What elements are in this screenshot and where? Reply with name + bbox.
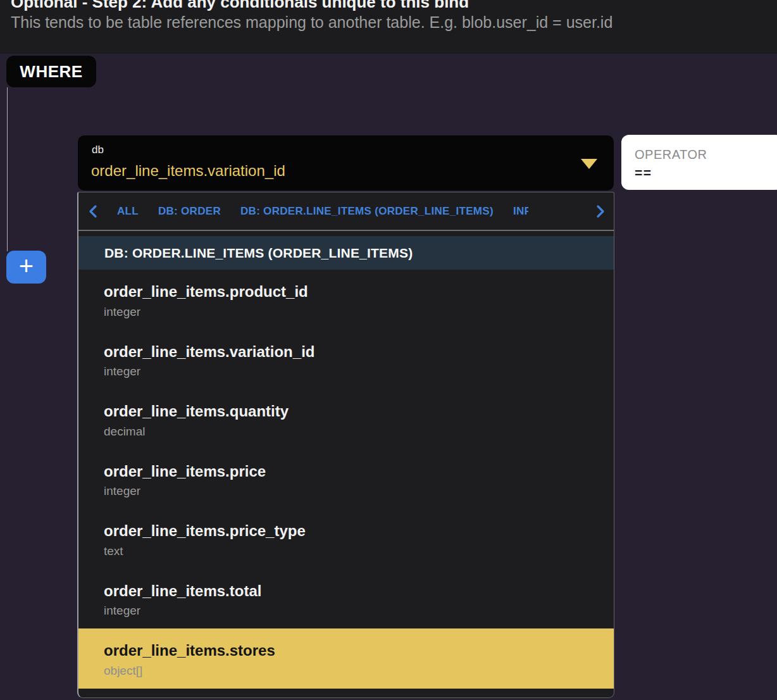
field-name: order_line_items.product_id xyxy=(104,283,614,301)
field-type: integer xyxy=(104,484,614,498)
field-type: object[] xyxy=(104,664,614,678)
operator-value: == xyxy=(635,165,652,180)
field-type: integer xyxy=(104,365,614,378)
operator-label: OPERATOR xyxy=(635,147,707,162)
tab-input-clipped[interactable]: INP xyxy=(513,205,528,218)
where-badge-label: WHERE xyxy=(20,62,82,82)
field-option-product-id[interactable]: order_line_items.product_id integer xyxy=(78,270,614,330)
field-group-header: DB: ORDER.LINE_ITEMS (ORDER_LINE_ITEMS) xyxy=(78,236,614,270)
field-option-price[interactable]: order_line_items.price integer xyxy=(78,449,614,509)
field-option-total[interactable]: order_line_items.total integer xyxy=(78,569,614,629)
field-list-panel: ALL DB: ORDER DB: ORDER.LINE_ITEMS (ORDE… xyxy=(77,192,614,698)
where-connector-line xyxy=(7,87,8,251)
tab-db-order-line-items[interactable]: DB: ORDER.LINE_ITEMS (ORDER_LINE_ITEMS) xyxy=(240,205,494,218)
field-dropdown-value: order_line_items.variation_id xyxy=(91,162,285,180)
field-option-variation-id[interactable]: order_line_items.variation_id integer xyxy=(78,330,614,390)
field-dropdown-label: db xyxy=(92,144,104,156)
plus-icon: + xyxy=(19,253,34,278)
step-title: Optional - Step 2: Add any conditionals … xyxy=(11,0,469,12)
field-option-price-type[interactable]: order_line_items.price_type text xyxy=(78,509,614,569)
tab-db-order[interactable]: DB: ORDER xyxy=(158,205,221,218)
field-type: text xyxy=(104,544,614,558)
field-name: order_line_items.variation_id xyxy=(104,343,614,361)
dropdown-caret-icon xyxy=(581,159,597,169)
chevron-left-icon[interactable] xyxy=(89,204,97,218)
field-name: order_line_items.price_type xyxy=(104,522,614,541)
field-name: order_line_items.total xyxy=(104,582,614,601)
step-subtitle: This tends to be table references mappin… xyxy=(11,13,612,32)
field-type: decimal xyxy=(104,425,614,439)
table-tab-bar: ALL DB: ORDER DB: ORDER.LINE_ITEMS (ORDE… xyxy=(78,192,614,230)
field-type: integer xyxy=(104,604,614,618)
chevron-right-icon[interactable] xyxy=(596,204,605,218)
operator-field[interactable]: OPERATOR == xyxy=(621,135,777,190)
add-condition-button[interactable]: + xyxy=(6,251,46,284)
tab-all[interactable]: ALL xyxy=(117,205,139,218)
field-option-stores[interactable]: order_line_items.stores object[] xyxy=(78,628,614,689)
field-option-quantity[interactable]: order_line_items.quantity decimal xyxy=(78,389,614,449)
step-header: Optional - Step 2: Add any conditionals … xyxy=(0,0,777,54)
field-type: integer xyxy=(104,305,614,319)
field-name: order_line_items.quantity xyxy=(104,403,614,421)
field-name: order_line_items.price xyxy=(104,463,614,481)
field-group-header-label: DB: ORDER.LINE_ITEMS (ORDER_LINE_ITEMS) xyxy=(104,246,413,261)
field-name: order_line_items.stores xyxy=(104,642,614,660)
where-badge: WHERE xyxy=(6,56,96,87)
field-dropdown[interactable]: db order_line_items.variation_id xyxy=(78,135,614,191)
